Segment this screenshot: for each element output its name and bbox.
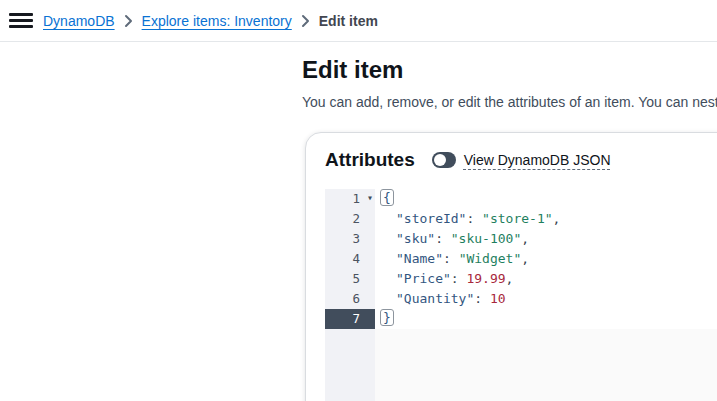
json-value: 10	[490, 291, 506, 306]
json-key: "sku"	[396, 231, 435, 246]
line-number-text: 7	[352, 311, 360, 326]
code-line-active[interactable]: 7 }	[325, 309, 717, 329]
code-line[interactable]: 5 "Price": 19.99,	[325, 269, 717, 289]
chevron-right-icon	[301, 14, 310, 28]
line-number-text: 5	[352, 271, 360, 286]
json-value: "Widget"	[459, 251, 522, 266]
code-line-content[interactable]: "Name": "Widget",	[375, 249, 717, 269]
json-key: "Name"	[396, 251, 443, 266]
line-number[interactable]: 5	[325, 269, 375, 289]
code-line-content[interactable]: "Quantity": 10	[375, 289, 717, 309]
attributes-panel: Attributes View DynamoDB JSON 1▾ { 2 "st…	[305, 132, 717, 401]
attributes-panel-header: Attributes View DynamoDB JSON	[325, 148, 717, 171]
breadcrumb-bar: DynamoDB Explore items: Inventory Edit i…	[0, 0, 717, 42]
code-line[interactable]: 1▾ {	[325, 189, 717, 209]
code-line-content[interactable]: "storeId": "store-1",	[375, 209, 717, 229]
json-comma: ,	[553, 211, 561, 226]
line-number-text: 1	[352, 191, 360, 206]
json-value: "store-1"	[482, 211, 552, 226]
code-line[interactable]: 6 "Quantity": 10	[325, 289, 717, 309]
breadcrumb-link-explore-items[interactable]: Explore items: Inventory	[142, 13, 292, 29]
json-comma: ,	[521, 251, 529, 266]
dynamodb-json-toggle-label[interactable]: View DynamoDB JSON	[464, 152, 611, 168]
open-brace: {	[380, 189, 394, 206]
line-number[interactable]: 6	[325, 289, 375, 309]
json-value: 19.99	[466, 271, 505, 286]
json-key: "Quantity"	[396, 291, 474, 306]
line-number-text: 2	[352, 211, 360, 226]
code-line[interactable]: 4 "Name": "Widget",	[325, 249, 717, 269]
dynamodb-json-toggle-group: View DynamoDB JSON	[432, 152, 611, 168]
code-line-content[interactable]: {	[375, 189, 717, 209]
line-number[interactable]: 2	[325, 209, 375, 229]
json-colon: :	[474, 291, 490, 306]
code-line[interactable]: 3 "sku": "sku-100",	[325, 229, 717, 249]
toggle-knob	[434, 154, 446, 166]
fold-arrow-icon[interactable]: ▾	[367, 188, 373, 208]
json-colon: :	[466, 211, 482, 226]
main-content: Edit item You can add, remove, or edit t…	[302, 42, 717, 401]
gutter-filler	[325, 329, 375, 401]
page-description: You can add, remove, or edit the attribu…	[302, 93, 717, 111]
line-number[interactable]: 3	[325, 229, 375, 249]
code-line-content[interactable]: "Price": 19.99,	[375, 269, 717, 289]
content-filler	[375, 329, 717, 401]
line-number-text: 3	[352, 231, 360, 246]
line-number-text: 6	[352, 291, 360, 306]
line-number-active[interactable]: 7	[325, 309, 375, 329]
json-editor[interactable]: 1▾ { 2 "storeId": "store-1", 3 "sku": "s…	[325, 189, 717, 401]
code-line-content[interactable]: }	[375, 309, 717, 329]
json-key: "Price"	[396, 271, 451, 286]
dynamodb-json-toggle[interactable]	[432, 152, 456, 168]
json-colon: :	[451, 271, 467, 286]
breadcrumb-current: Edit item	[319, 13, 378, 29]
panel-title: Attributes	[325, 148, 415, 171]
line-number[interactable]: 1▾	[325, 189, 375, 209]
code-line-content[interactable]: "sku": "sku-100",	[375, 229, 717, 249]
line-number-text: 4	[352, 251, 360, 266]
app-window: DynamoDB Explore items: Inventory Edit i…	[0, 0, 717, 401]
chevron-right-icon	[124, 14, 133, 28]
breadcrumb: DynamoDB Explore items: Inventory Edit i…	[43, 13, 378, 29]
json-key: "storeId"	[396, 211, 466, 226]
json-value: "sku-100"	[451, 231, 521, 246]
code-line[interactable]: 2 "storeId": "store-1",	[325, 209, 717, 229]
menu-icon[interactable]	[9, 9, 33, 33]
line-number[interactable]: 4	[325, 249, 375, 269]
breadcrumb-link-dynamodb[interactable]: DynamoDB	[43, 13, 115, 29]
json-comma: ,	[521, 231, 529, 246]
json-colon: :	[435, 231, 451, 246]
json-colon: :	[443, 251, 459, 266]
close-brace: }	[380, 309, 394, 326]
page-title: Edit item	[302, 56, 717, 84]
editor-empty-area[interactable]	[325, 329, 717, 401]
json-comma: ,	[506, 271, 514, 286]
